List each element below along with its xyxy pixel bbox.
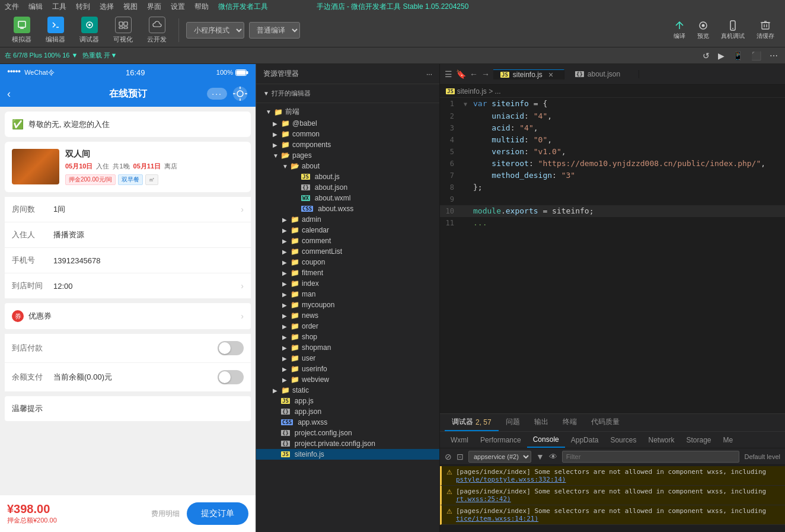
userinfo-item[interactable]: 📁 userinfo (256, 364, 439, 374)
tab-output[interactable]: 输出 (527, 414, 556, 431)
nav-extra-icon[interactable] (232, 85, 248, 102)
shopman-item[interactable]: 📁 shopman (256, 342, 439, 353)
menu-view[interactable]: 视图 (123, 2, 138, 12)
phone-icon[interactable]: 📱 (730, 50, 745, 62)
about-json-item[interactable]: {} about.json (256, 182, 439, 193)
mode-select[interactable]: 小程序模式 (186, 22, 244, 39)
subtab-console[interactable]: Console (527, 432, 565, 448)
fitment-item[interactable]: 📁 fitment (256, 267, 439, 278)
subtab-performance[interactable]: Performance (474, 432, 527, 448)
tab-debugger[interactable]: 调试器 2, 57 (445, 414, 499, 431)
subtab-wxml[interactable]: Wxml (445, 432, 474, 448)
pay-on-arrival-toggle[interactable] (218, 341, 244, 355)
file-tree-more[interactable]: ··· (426, 70, 432, 78)
nav-more-button[interactable]: ··· (207, 88, 227, 100)
common-item[interactable]: 📁 common (256, 129, 439, 139)
console-clear-icon[interactable]: ⊘ (445, 452, 452, 461)
console-eye-icon[interactable]: 👁 (549, 452, 557, 461)
cloud-button[interactable]: 云开发 (142, 14, 171, 46)
submit-button[interactable]: 提交订单 (187, 502, 248, 525)
order-item[interactable]: 📁 order (256, 321, 439, 332)
compile-select[interactable]: 普通编译 (249, 22, 300, 39)
code-editor[interactable]: 1 ▼ var siteinfo = { 2 uniacid: "4", 3 a… (440, 98, 785, 413)
menu-file[interactable]: 文件 (5, 2, 19, 12)
hot-reload[interactable]: 热重载 开▼ (82, 51, 117, 60)
console-msg-link-3[interactable]: tice/item.wxss:14:21) (456, 515, 538, 523)
about-wxss-item[interactable]: CSS about.wxss (256, 203, 439, 214)
man-item[interactable]: 📁 man (256, 289, 439, 300)
about-item[interactable]: 📂 about (256, 161, 439, 171)
phone-item[interactable]: 手机号 13912345678 (5, 248, 251, 273)
news-item[interactable]: 📁 news (256, 310, 439, 321)
console-level-label[interactable]: Default level (744, 453, 780, 460)
app-js-item[interactable]: JS app.js (256, 396, 439, 406)
project-private-item[interactable]: {} project.private.config.json (256, 438, 439, 449)
console-dropdown-icon[interactable]: ▼ (536, 452, 544, 461)
menu-goto[interactable]: 转到 (76, 2, 90, 12)
mycoupon-item[interactable]: 📁 mycoupon (256, 300, 439, 310)
hamburger-icon[interactable]: ☰ (445, 69, 452, 79)
console-msg-link-1[interactable]: pstyle/topstyle.wxss:332:14) (456, 476, 566, 483)
clear-cache-button[interactable]: 清缓存 (753, 18, 778, 43)
about-wxml-item[interactable]: WX about.wxml (256, 193, 439, 203)
subtab-network[interactable]: Network (642, 432, 680, 448)
tab-code-quality[interactable]: 代码质量 (584, 414, 627, 431)
menu-tools[interactable]: 工具 (52, 2, 66, 12)
console-filter-icon[interactable]: ⊡ (457, 452, 464, 461)
balance-toggle[interactable] (218, 370, 244, 384)
open-editors-toggle[interactable]: 打开的编辑器 (256, 87, 439, 100)
app-json-item[interactable]: {} app.json (256, 406, 439, 417)
about-js-item[interactable]: JS about.js (256, 171, 439, 182)
tab-about-json[interactable]: {} about.json (568, 70, 639, 78)
editor-button[interactable]: 编辑器 (41, 14, 70, 46)
fee-detail-link[interactable]: 费用明细 (151, 509, 180, 519)
user-item[interactable]: 📁 user (256, 353, 439, 364)
components-item[interactable]: 📁 components (256, 139, 439, 150)
subtab-sources[interactable]: Sources (604, 432, 642, 448)
debugger-button[interactable]: 调试器 (75, 14, 104, 46)
back-button[interactable]: ‹ (7, 88, 11, 100)
visual-button[interactable]: 可视化 (109, 14, 138, 46)
tab-siteinfo-close[interactable]: × (548, 70, 553, 79)
babel-item[interactable]: 📁 @babel (256, 118, 439, 129)
menu-select[interactable]: 选择 (100, 2, 114, 12)
subtab-storage[interactable]: Storage (680, 432, 717, 448)
subtab-me[interactable]: Me (717, 432, 739, 448)
tab-terminal[interactable]: 终端 (556, 414, 584, 431)
guest-item[interactable]: 入住人 播播资源 (5, 222, 251, 248)
device-select[interactable]: 在 6/7/8 Plus 100% 16 ▼ (5, 51, 78, 60)
pages-item[interactable]: 📂 pages (256, 150, 439, 161)
coupon-item[interactable]: 券 优惠券 › (5, 303, 251, 329)
admin-item[interactable]: 📁 admin (256, 214, 439, 225)
comment-item[interactable]: 📁 comment (256, 235, 439, 246)
static-item[interactable]: 📁 static (256, 385, 439, 396)
menu-edit[interactable]: 编辑 (28, 2, 43, 12)
room-count-item[interactable]: 房间数 1间 › (5, 197, 251, 222)
real-machine-button[interactable]: 真机调试 (717, 18, 748, 43)
console-msg-link-2[interactable]: rt.wxss:25:42) (456, 495, 511, 503)
shop-item[interactable]: 📁 shop (256, 332, 439, 342)
simulator-button[interactable]: 模拟器 (7, 14, 36, 46)
calendar-item[interactable]: 📁 calendar (256, 225, 439, 235)
back-nav-icon[interactable]: ← (470, 69, 478, 79)
forward-nav-icon[interactable]: → (481, 69, 490, 79)
arrival-item[interactable]: 到店时间 12:00 › (5, 273, 251, 298)
webview-item[interactable]: 📁 webview (256, 374, 439, 385)
refresh-icon[interactable]: ↺ (700, 50, 712, 62)
coupon-item[interactable]: 📁 coupon (256, 257, 439, 267)
preview-button[interactable]: 预览 (694, 18, 713, 43)
menu-interface[interactable]: 界面 (147, 2, 161, 12)
tab-siteinfo[interactable]: JS siteinfo.js × (493, 69, 564, 79)
play-icon[interactable]: ▶ (716, 50, 727, 62)
project-config-item[interactable]: {} project.config.json (256, 428, 439, 438)
commentlist-item[interactable]: 📁 commentList (256, 246, 439, 257)
console-filter-input[interactable] (562, 451, 740, 463)
bookmark-icon[interactable]: 🔖 (456, 69, 466, 79)
menu-help[interactable]: 帮助 (194, 2, 209, 12)
menu-wechat-devtools[interactable]: 微信开发者工具 (218, 2, 268, 12)
more-icon[interactable]: ⋯ (767, 50, 780, 62)
index-folder-item[interactable]: 📁 index (256, 278, 439, 289)
appservice-selector[interactable]: appservice (#2) (468, 451, 531, 463)
siteinfo-item[interactable]: JS siteinfo.js (256, 449, 439, 460)
tab-issues[interactable]: 问题 (499, 414, 527, 431)
